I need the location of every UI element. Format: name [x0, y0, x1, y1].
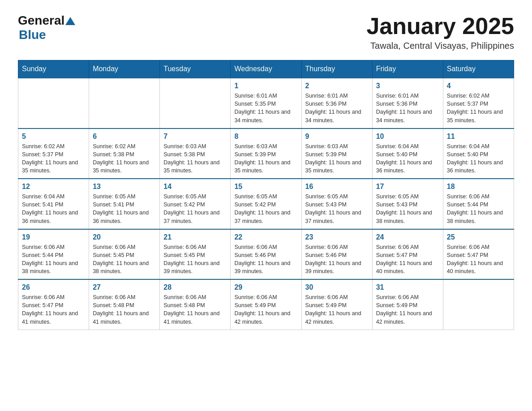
calendar-header-monday: Monday [89, 60, 160, 78]
day-number: 3 [376, 82, 439, 90]
day-info: Sunrise: 6:01 AMSunset: 5:35 PMDaylight:… [234, 92, 297, 124]
calendar-cell [18, 78, 89, 128]
day-info: Sunrise: 6:06 AMSunset: 5:47 PMDaylight:… [376, 243, 439, 276]
calendar-cell: 27Sunrise: 6:06 AMSunset: 5:48 PMDayligh… [89, 279, 160, 330]
calendar-cell: 7Sunrise: 6:03 AMSunset: 5:38 PMDaylight… [160, 128, 231, 179]
day-number: 15 [234, 183, 297, 191]
logo-blue-text: Blue [19, 28, 75, 42]
day-number: 17 [376, 183, 439, 191]
calendar-cell: 23Sunrise: 6:06 AMSunset: 5:46 PMDayligh… [301, 229, 372, 280]
day-info: Sunrise: 6:06 AMSunset: 5:46 PMDaylight:… [305, 243, 369, 276]
day-info: Sunrise: 6:06 AMSunset: 5:44 PMDaylight:… [447, 193, 510, 225]
page-header: General Blue January 2025 Tawala, Centra… [18, 13, 514, 51]
day-info: Sunrise: 6:05 AMSunset: 5:42 PMDaylight:… [234, 193, 297, 225]
day-number: 20 [93, 233, 156, 241]
calendar-cell: 26Sunrise: 6:06 AMSunset: 5:47 PMDayligh… [18, 279, 89, 330]
day-number: 31 [376, 283, 439, 291]
calendar-cell [443, 279, 514, 330]
calendar-cell: 8Sunrise: 6:03 AMSunset: 5:39 PMDaylight… [231, 128, 301, 179]
calendar-header-saturday: Saturday [443, 60, 514, 78]
day-number: 9 [305, 133, 369, 141]
day-info: Sunrise: 6:01 AMSunset: 5:36 PMDaylight:… [305, 92, 369, 124]
calendar-week-row-3: 12Sunrise: 6:04 AMSunset: 5:41 PMDayligh… [18, 179, 514, 229]
calendar-cell: 20Sunrise: 6:06 AMSunset: 5:45 PMDayligh… [89, 229, 160, 280]
calendar-header-wednesday: Wednesday [231, 60, 301, 78]
day-number: 6 [93, 133, 156, 141]
day-number: 26 [22, 283, 85, 291]
calendar-cell: 25Sunrise: 6:06 AMSunset: 5:47 PMDayligh… [443, 229, 514, 280]
day-number: 24 [376, 233, 439, 241]
calendar-header-friday: Friday [372, 60, 443, 78]
day-info: Sunrise: 6:03 AMSunset: 5:38 PMDaylight:… [163, 142, 227, 175]
calendar-cell: 15Sunrise: 6:05 AMSunset: 5:42 PMDayligh… [231, 179, 301, 229]
day-number: 7 [163, 133, 227, 141]
calendar-cell: 2Sunrise: 6:01 AMSunset: 5:36 PMDaylight… [301, 78, 372, 128]
day-info: Sunrise: 6:01 AMSunset: 5:36 PMDaylight:… [376, 92, 439, 124]
day-info: Sunrise: 6:06 AMSunset: 5:49 PMDaylight:… [305, 293, 369, 326]
day-info: Sunrise: 6:06 AMSunset: 5:48 PMDaylight:… [163, 293, 227, 326]
calendar-cell: 10Sunrise: 6:04 AMSunset: 5:40 PMDayligh… [372, 128, 443, 179]
calendar-cell: 28Sunrise: 6:06 AMSunset: 5:48 PMDayligh… [160, 279, 231, 330]
calendar-cell: 11Sunrise: 6:04 AMSunset: 5:40 PMDayligh… [443, 128, 514, 179]
calendar-cell: 9Sunrise: 6:03 AMSunset: 5:39 PMDaylight… [301, 128, 372, 179]
title-section: January 2025 Tawala, Central Visayas, Ph… [366, 13, 514, 51]
day-info: Sunrise: 6:06 AMSunset: 5:44 PMDaylight:… [22, 243, 85, 276]
day-info: Sunrise: 6:06 AMSunset: 5:48 PMDaylight:… [93, 293, 156, 326]
day-info: Sunrise: 6:02 AMSunset: 5:37 PMDaylight:… [447, 92, 510, 124]
main-title: January 2025 [366, 13, 514, 39]
calendar-week-row-4: 19Sunrise: 6:06 AMSunset: 5:44 PMDayligh… [18, 229, 514, 280]
calendar-week-row-1: 1Sunrise: 6:01 AMSunset: 5:35 PMDaylight… [18, 78, 514, 128]
day-number: 5 [22, 133, 85, 141]
day-number: 18 [447, 183, 510, 191]
calendar-cell: 22Sunrise: 6:06 AMSunset: 5:46 PMDayligh… [231, 229, 301, 280]
calendar-header-thursday: Thursday [301, 60, 372, 78]
day-info: Sunrise: 6:04 AMSunset: 5:40 PMDaylight:… [447, 142, 510, 175]
day-info: Sunrise: 6:05 AMSunset: 5:43 PMDaylight:… [376, 193, 439, 225]
day-info: Sunrise: 6:03 AMSunset: 5:39 PMDaylight:… [305, 142, 369, 175]
calendar-cell: 29Sunrise: 6:06 AMSunset: 5:49 PMDayligh… [231, 279, 301, 330]
day-info: Sunrise: 6:03 AMSunset: 5:39 PMDaylight:… [234, 142, 297, 175]
day-info: Sunrise: 6:06 AMSunset: 5:46 PMDaylight:… [234, 243, 297, 276]
day-info: Sunrise: 6:06 AMSunset: 5:49 PMDaylight:… [376, 293, 439, 326]
day-number: 4 [447, 82, 510, 90]
calendar-cell: 19Sunrise: 6:06 AMSunset: 5:44 PMDayligh… [18, 229, 89, 280]
day-number: 13 [93, 183, 156, 191]
calendar-cell: 21Sunrise: 6:06 AMSunset: 5:45 PMDayligh… [160, 229, 231, 280]
calendar-cell: 12Sunrise: 6:04 AMSunset: 5:41 PMDayligh… [18, 179, 89, 229]
day-number: 16 [305, 183, 369, 191]
day-info: Sunrise: 6:06 AMSunset: 5:45 PMDaylight:… [93, 243, 156, 276]
day-info: Sunrise: 6:02 AMSunset: 5:38 PMDaylight:… [93, 142, 156, 175]
day-number: 29 [234, 283, 297, 291]
calendar-cell: 4Sunrise: 6:02 AMSunset: 5:37 PMDaylight… [443, 78, 514, 128]
day-info: Sunrise: 6:04 AMSunset: 5:40 PMDaylight:… [376, 142, 439, 175]
calendar-header-sunday: Sunday [18, 60, 89, 78]
day-number: 11 [447, 133, 510, 141]
day-info: Sunrise: 6:06 AMSunset: 5:49 PMDaylight:… [234, 293, 297, 326]
day-number: 10 [376, 133, 439, 141]
logo: General Blue [18, 13, 75, 42]
calendar-cell: 14Sunrise: 6:05 AMSunset: 5:42 PMDayligh… [160, 179, 231, 229]
day-number: 25 [447, 233, 510, 241]
calendar-cell: 30Sunrise: 6:06 AMSunset: 5:49 PMDayligh… [301, 279, 372, 330]
day-info: Sunrise: 6:06 AMSunset: 5:47 PMDaylight:… [447, 243, 510, 276]
day-info: Sunrise: 6:06 AMSunset: 5:47 PMDaylight:… [22, 293, 85, 326]
calendar-cell: 6Sunrise: 6:02 AMSunset: 5:38 PMDaylight… [89, 128, 160, 179]
calendar-cell: 5Sunrise: 6:02 AMSunset: 5:37 PMDaylight… [18, 128, 89, 179]
calendar-cell: 24Sunrise: 6:06 AMSunset: 5:47 PMDayligh… [372, 229, 443, 280]
day-number: 30 [305, 283, 369, 291]
day-number: 8 [234, 133, 297, 141]
day-number: 2 [305, 82, 369, 90]
day-info: Sunrise: 6:02 AMSunset: 5:37 PMDaylight:… [22, 142, 85, 175]
calendar-week-row-2: 5Sunrise: 6:02 AMSunset: 5:37 PMDaylight… [18, 128, 514, 179]
day-number: 27 [93, 283, 156, 291]
day-info: Sunrise: 6:04 AMSunset: 5:41 PMDaylight:… [22, 193, 85, 225]
calendar-cell: 3Sunrise: 6:01 AMSunset: 5:36 PMDaylight… [372, 78, 443, 128]
calendar-table: SundayMondayTuesdayWednesdayThursdayFrid… [18, 60, 514, 330]
calendar-cell: 31Sunrise: 6:06 AMSunset: 5:49 PMDayligh… [372, 279, 443, 330]
day-info: Sunrise: 6:05 AMSunset: 5:41 PMDaylight:… [93, 193, 156, 225]
logo-general-text: General [18, 13, 64, 28]
day-number: 23 [305, 233, 369, 241]
day-number: 21 [163, 233, 227, 241]
calendar-cell: 16Sunrise: 6:05 AMSunset: 5:43 PMDayligh… [301, 179, 372, 229]
calendar-week-row-5: 26Sunrise: 6:06 AMSunset: 5:47 PMDayligh… [18, 279, 514, 330]
